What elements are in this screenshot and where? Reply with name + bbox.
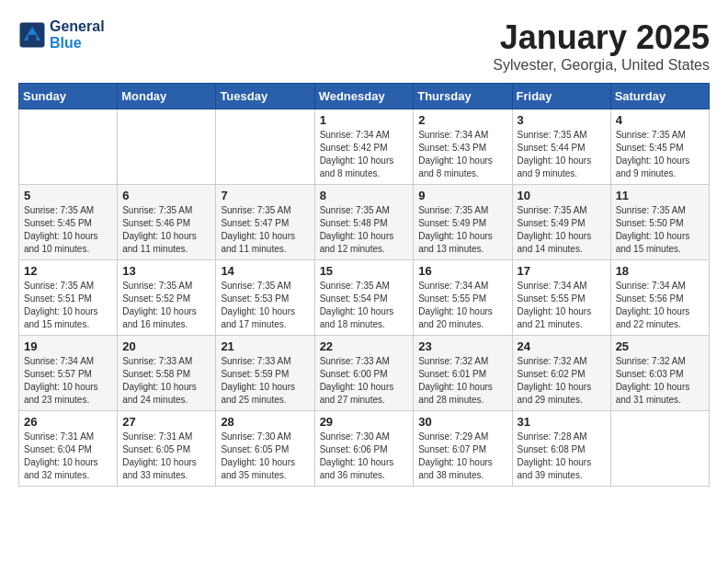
weekday-header-row: SundayMondayTuesdayWednesdayThursdayFrid… — [19, 84, 710, 109]
calendar-cell: 3Sunrise: 7:35 AM Sunset: 5:44 PM Daylig… — [512, 109, 610, 185]
week-row-4: 19Sunrise: 7:34 AM Sunset: 5:57 PM Dayli… — [19, 336, 710, 411]
weekday-header-monday: Monday — [118, 84, 216, 109]
calendar-cell: 12Sunrise: 7:35 AM Sunset: 5:51 PM Dayli… — [19, 260, 118, 336]
calendar-cell: 22Sunrise: 7:33 AM Sunset: 6:00 PM Dayli… — [314, 336, 414, 411]
calendar-cell: 11Sunrise: 7:35 AM Sunset: 5:50 PM Dayli… — [610, 185, 709, 260]
day-number: 26 — [24, 415, 112, 429]
week-row-2: 5Sunrise: 7:35 AM Sunset: 5:45 PM Daylig… — [19, 185, 710, 260]
logo-icon — [18, 21, 46, 49]
day-number: 17 — [518, 264, 606, 278]
day-info: Sunrise: 7:34 AM Sunset: 5:57 PM Dayligh… — [24, 355, 112, 407]
day-info: Sunrise: 7:35 AM Sunset: 5:52 PM Dayligh… — [122, 280, 210, 331]
day-number: 5 — [24, 189, 112, 202]
day-info: Sunrise: 7:35 AM Sunset: 5:50 PM Dayligh… — [616, 204, 704, 256]
day-number: 7 — [221, 189, 309, 202]
day-info: Sunrise: 7:34 AM Sunset: 5:55 PM Dayligh… — [418, 280, 506, 331]
day-info: Sunrise: 7:30 AM Sunset: 6:05 PM Dayligh… — [221, 431, 309, 482]
day-number: 11 — [616, 189, 704, 202]
day-number: 22 — [320, 339, 409, 353]
day-info: Sunrise: 7:33 AM Sunset: 5:58 PM Dayligh… — [122, 355, 210, 407]
day-number: 1 — [320, 113, 409, 127]
week-row-3: 12Sunrise: 7:35 AM Sunset: 5:51 PM Dayli… — [19, 260, 710, 336]
day-number: 21 — [221, 339, 309, 353]
logo-text-line1: General — [50, 18, 105, 35]
day-info: Sunrise: 7:30 AM Sunset: 6:06 PM Dayligh… — [320, 431, 409, 482]
day-number: 28 — [221, 415, 309, 429]
day-info: Sunrise: 7:35 AM Sunset: 5:49 PM Dayligh… — [518, 204, 606, 256]
calendar-cell: 4Sunrise: 7:35 AM Sunset: 5:45 PM Daylig… — [610, 109, 709, 185]
calendar-cell: 17Sunrise: 7:34 AM Sunset: 5:55 PM Dayli… — [512, 260, 610, 336]
day-info: Sunrise: 7:32 AM Sunset: 6:01 PM Dayligh… — [418, 355, 506, 407]
svg-rect-2 — [28, 35, 37, 40]
calendar-cell — [118, 109, 216, 185]
weekday-header-wednesday: Wednesday — [314, 84, 414, 109]
calendar-cell: 8Sunrise: 7:35 AM Sunset: 5:48 PM Daylig… — [314, 185, 414, 260]
month-title: January 2025 — [493, 18, 710, 57]
calendar-cell: 30Sunrise: 7:29 AM Sunset: 6:07 PM Dayli… — [414, 411, 512, 487]
calendar-cell: 13Sunrise: 7:35 AM Sunset: 5:52 PM Dayli… — [118, 260, 216, 336]
calendar-cell: 18Sunrise: 7:34 AM Sunset: 5:56 PM Dayli… — [610, 260, 709, 336]
day-number: 23 — [418, 339, 506, 353]
calendar-cell: 23Sunrise: 7:32 AM Sunset: 6:01 PM Dayli… — [414, 336, 512, 411]
calendar-cell: 16Sunrise: 7:34 AM Sunset: 5:55 PM Dayli… — [414, 260, 512, 336]
day-info: Sunrise: 7:34 AM Sunset: 5:42 PM Dayligh… — [320, 129, 409, 180]
day-number: 13 — [122, 264, 210, 278]
day-info: Sunrise: 7:29 AM Sunset: 6:07 PM Dayligh… — [418, 431, 506, 482]
day-info: Sunrise: 7:35 AM Sunset: 5:44 PM Dayligh… — [518, 129, 606, 180]
calendar-cell: 21Sunrise: 7:33 AM Sunset: 5:59 PM Dayli… — [216, 336, 314, 411]
day-number: 10 — [518, 189, 606, 202]
day-info: Sunrise: 7:34 AM Sunset: 5:43 PM Dayligh… — [418, 129, 506, 180]
calendar-cell: 20Sunrise: 7:33 AM Sunset: 5:58 PM Dayli… — [118, 336, 216, 411]
calendar-cell: 6Sunrise: 7:35 AM Sunset: 5:46 PM Daylig… — [118, 185, 216, 260]
week-row-5: 26Sunrise: 7:31 AM Sunset: 6:04 PM Dayli… — [19, 411, 710, 487]
calendar-cell: 24Sunrise: 7:32 AM Sunset: 6:02 PM Dayli… — [512, 336, 610, 411]
weekday-header-tuesday: Tuesday — [216, 84, 314, 109]
day-info: Sunrise: 7:35 AM Sunset: 5:53 PM Dayligh… — [221, 280, 309, 331]
day-number: 18 — [616, 264, 704, 278]
day-info: Sunrise: 7:28 AM Sunset: 6:08 PM Dayligh… — [518, 431, 606, 482]
day-number: 3 — [518, 113, 606, 127]
weekday-header-sunday: Sunday — [19, 84, 118, 109]
day-info: Sunrise: 7:34 AM Sunset: 5:56 PM Dayligh… — [616, 280, 704, 331]
day-number: 27 — [122, 415, 210, 429]
day-number: 19 — [24, 339, 112, 353]
calendar-cell: 10Sunrise: 7:35 AM Sunset: 5:49 PM Dayli… — [512, 185, 610, 260]
calendar-cell: 26Sunrise: 7:31 AM Sunset: 6:04 PM Dayli… — [19, 411, 118, 487]
week-row-1: 1Sunrise: 7:34 AM Sunset: 5:42 PM Daylig… — [19, 109, 710, 185]
day-info: Sunrise: 7:33 AM Sunset: 5:59 PM Dayligh… — [221, 355, 309, 407]
day-info: Sunrise: 7:35 AM Sunset: 5:51 PM Dayligh… — [24, 280, 112, 331]
day-number: 14 — [221, 264, 309, 278]
day-info: Sunrise: 7:35 AM Sunset: 5:46 PM Dayligh… — [122, 204, 210, 256]
calendar-cell: 25Sunrise: 7:32 AM Sunset: 6:03 PM Dayli… — [610, 336, 709, 411]
day-number: 29 — [320, 415, 409, 429]
day-number: 6 — [122, 189, 210, 202]
calendar-cell: 5Sunrise: 7:35 AM Sunset: 5:45 PM Daylig… — [19, 185, 118, 260]
day-info: Sunrise: 7:35 AM Sunset: 5:45 PM Dayligh… — [616, 129, 704, 180]
calendar-cell: 15Sunrise: 7:35 AM Sunset: 5:54 PM Dayli… — [314, 260, 414, 336]
day-info: Sunrise: 7:31 AM Sunset: 6:04 PM Dayligh… — [24, 431, 112, 482]
calendar-cell: 27Sunrise: 7:31 AM Sunset: 6:05 PM Dayli… — [118, 411, 216, 487]
weekday-header-saturday: Saturday — [610, 84, 709, 109]
day-number: 15 — [320, 264, 409, 278]
day-info: Sunrise: 7:32 AM Sunset: 6:03 PM Dayligh… — [616, 355, 704, 407]
calendar-cell — [216, 109, 314, 185]
day-info: Sunrise: 7:35 AM Sunset: 5:49 PM Dayligh… — [418, 204, 506, 256]
calendar-cell — [19, 109, 118, 185]
day-number: 20 — [122, 339, 210, 353]
calendar-cell: 14Sunrise: 7:35 AM Sunset: 5:53 PM Dayli… — [216, 260, 314, 336]
day-info: Sunrise: 7:35 AM Sunset: 5:54 PM Dayligh… — [320, 280, 409, 331]
calendar-cell: 31Sunrise: 7:28 AM Sunset: 6:08 PM Dayli… — [512, 411, 610, 487]
day-info: Sunrise: 7:35 AM Sunset: 5:48 PM Dayligh… — [320, 204, 409, 256]
logo-text-line2: Blue — [50, 35, 105, 52]
weekday-header-thursday: Thursday — [414, 84, 512, 109]
page-header: General Blue January 2025 Sylvester, Geo… — [18, 18, 710, 74]
day-number: 2 — [418, 113, 506, 127]
calendar-cell: 28Sunrise: 7:30 AM Sunset: 6:05 PM Dayli… — [216, 411, 314, 487]
day-info: Sunrise: 7:32 AM Sunset: 6:02 PM Dayligh… — [518, 355, 606, 407]
calendar-cell — [610, 411, 709, 487]
calendar-cell: 19Sunrise: 7:34 AM Sunset: 5:57 PM Dayli… — [19, 336, 118, 411]
calendar-cell: 2Sunrise: 7:34 AM Sunset: 5:43 PM Daylig… — [414, 109, 512, 185]
day-number: 24 — [518, 339, 606, 353]
day-info: Sunrise: 7:35 AM Sunset: 5:45 PM Dayligh… — [24, 204, 112, 256]
location-subtitle: Sylvester, Georgia, United States — [493, 57, 710, 74]
